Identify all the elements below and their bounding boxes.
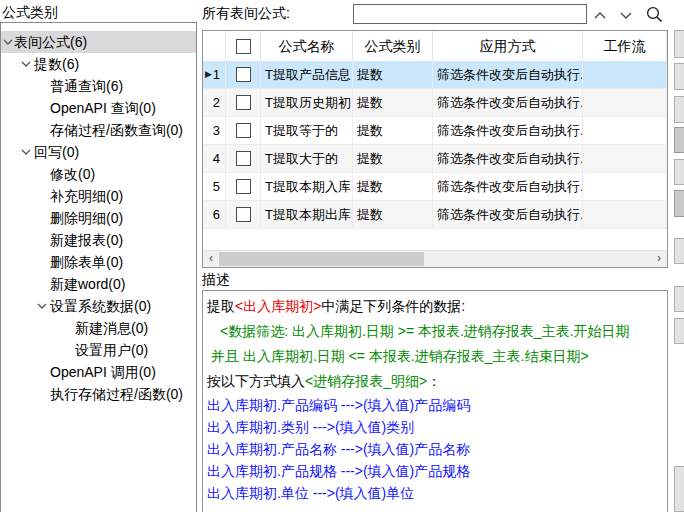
column-header-2[interactable]: 公式类别 [353, 31, 433, 61]
tree-item-label: OpenAPI 调用(0) [1, 361, 196, 383]
formula-name: T提取本期出库 [261, 201, 353, 228]
row-checkbox[interactable] [236, 151, 251, 166]
workflow [583, 145, 667, 172]
formula-search-input[interactable] [353, 4, 587, 24]
tree-item[interactable]: 新建报表(0) [1, 229, 196, 251]
tree-item[interactable]: 存储过程/函数查询(0) [1, 119, 196, 141]
edge-button[interactable] [674, 286, 684, 312]
row-checkbox[interactable] [236, 179, 251, 194]
description-segment: 中满足下列条件的数据: [321, 298, 465, 314]
chevron-down-icon[interactable] [21, 149, 31, 156]
formula-name: T提取本期入库 [261, 173, 353, 200]
description-segment: <出入库期初> [235, 298, 321, 314]
tree-item-label: 存储过程/函数查询(0) [1, 119, 196, 141]
category-tree-panel: 表间公式(6)提数(6)普通查询(6)OpenAPI 查询(0)存储过程/函数查… [0, 22, 197, 512]
row-checkbox[interactable] [236, 67, 251, 82]
chevron-down-icon[interactable] [21, 61, 31, 68]
description-line: 提取<出入库期初>中满足下列条件的数据: [207, 294, 663, 319]
workflow [583, 89, 667, 116]
formula-name: T提取产品信息 [261, 61, 353, 88]
description-segment: 出入库期初.产品名称 --->(填入值)产品名称 [207, 441, 470, 457]
description-segment: 出入库期初.类别 --->(填入值)类别 [207, 419, 414, 435]
description-line: 出入库期初.产品编码 --->(填入值)产品编码 [207, 394, 663, 416]
tree-item[interactable]: 回写(0) [1, 141, 196, 163]
horizontal-scrollbar-thumb[interactable] [219, 252, 424, 266]
edge-button[interactable] [674, 63, 684, 90]
row-number: 6 [203, 201, 226, 228]
table-horizontal-scrollbar[interactable]: ‹ › [203, 250, 667, 267]
row-checkbox-cell [226, 201, 261, 228]
row-checkbox[interactable] [236, 207, 251, 222]
tree-item[interactable]: 删除表单(0) [1, 251, 196, 273]
edge-button[interactable] [674, 318, 684, 344]
tree-item[interactable]: 删除明细(0) [1, 207, 196, 229]
row-checkbox[interactable] [236, 95, 251, 110]
table-row[interactable]: 4T提取大于的提数筛选条件改变后自动执行... [203, 145, 667, 173]
chevron-up-icon[interactable] [593, 8, 607, 22]
row-checkbox-cell [226, 173, 261, 200]
description-line: 出入库期初.产品规格 --->(填入值)产品规格 [207, 460, 663, 482]
table-row[interactable]: 5T提取本期入库提数筛选条件改变后自动执行... [203, 173, 667, 201]
formula-list-label: 所有表间公式: [202, 5, 290, 23]
edge-button[interactable] [674, 190, 684, 217]
row-number: 4 [203, 145, 226, 172]
formula-table: 公式名称公式类别应用方式工作流 ▶1T提取产品信息提数筛选条件改变后自动执行..… [202, 30, 668, 268]
tree-item-label: 删除明细(0) [1, 207, 196, 229]
category-panel-title: 公式类别 [2, 4, 58, 22]
tree-item-label: 新建消息(0) [1, 317, 196, 339]
scroll-left-arrow-icon[interactable]: ‹ [203, 251, 219, 267]
description-segment: <数据筛选: 出入库期初.日期 >= 本报表.进销存报表_主表.开始日期 [220, 323, 630, 339]
tree-item[interactable]: 普通查询(6) [1, 75, 196, 97]
table-row[interactable]: 6T提取本期出库提数筛选条件改变后自动执行... [203, 201, 667, 229]
tree-item[interactable]: 表间公式(6) [1, 31, 196, 53]
edge-button[interactable] [674, 96, 684, 123]
tree-item-label: 设置用户(0) [1, 339, 196, 361]
tree-item[interactable]: 新建消息(0) [1, 317, 196, 339]
description-segment: 按以下方式填入 [207, 373, 305, 389]
apply-mode: 筛选条件改变后自动执行... [433, 145, 583, 172]
row-checkbox[interactable] [236, 123, 251, 138]
tree-item[interactable]: 补充明细(0) [1, 185, 196, 207]
column-header-4[interactable]: 工作流 [583, 31, 667, 61]
chevron-down-icon[interactable] [37, 303, 47, 310]
edge-button[interactable] [674, 159, 684, 185]
row-checkbox-cell [226, 117, 261, 144]
chevron-down-icon[interactable] [3, 39, 13, 46]
formula-name: T提取大于的 [261, 145, 353, 172]
select-all-checkbox[interactable] [236, 39, 251, 54]
description-line: 出入库期初.产品名称 --->(填入值)产品名称 [207, 438, 663, 460]
edge-button[interactable] [674, 466, 684, 512]
tree-item-label: 修改(0) [1, 163, 196, 185]
tree-item[interactable]: 设置用户(0) [1, 339, 196, 361]
table-row[interactable]: 3T提取等于的提数筛选条件改变后自动执行... [203, 117, 667, 145]
edge-button[interactable] [674, 238, 684, 264]
tree-item[interactable]: 设置系统数据(0) [1, 295, 196, 317]
description-label: 描述 [202, 271, 230, 289]
chevron-down-icon[interactable] [619, 8, 633, 22]
table-row[interactable]: 2T提取历史期初提数筛选条件改变后自动执行... [203, 89, 667, 117]
tree-item[interactable]: OpenAPI 查询(0) [1, 97, 196, 119]
table-row[interactable]: ▶1T提取产品信息提数筛选条件改变后自动执行... [203, 61, 667, 89]
description-line: 并且 出入库期初.日期 <= 本报表.进销存报表_主表.结束日期> [207, 344, 663, 369]
row-checkbox-cell [226, 145, 261, 172]
description-segment: <进销存报表_明细> [305, 373, 427, 389]
description-line: 出入库期初.类别 --->(填入值)类别 [207, 416, 663, 438]
tree-item[interactable]: 执行存储过程/函数(0) [1, 383, 196, 405]
column-header-1[interactable]: 公式名称 [261, 31, 353, 61]
column-header-3[interactable]: 应用方式 [433, 31, 583, 61]
workflow [583, 61, 667, 88]
edge-button[interactable] [674, 30, 684, 58]
tree-item[interactable]: OpenAPI 调用(0) [1, 361, 196, 383]
search-icon[interactable] [645, 5, 663, 23]
formula-category: 提数 [353, 145, 433, 172]
tree-item[interactable]: 新建word(0) [1, 273, 196, 295]
scroll-right-arrow-icon[interactable]: › [651, 251, 667, 267]
tree-item[interactable]: 修改(0) [1, 163, 196, 185]
description-segment: 提取 [207, 298, 235, 314]
edge-button[interactable] [674, 127, 684, 153]
apply-mode: 筛选条件改变后自动执行... [433, 173, 583, 200]
tree-item-label: 新建报表(0) [1, 229, 196, 251]
current-row-arrow-icon: ▶ [205, 61, 212, 88]
description-segment: 出入库期初.单位 --->(填入值)单位 [207, 485, 414, 501]
tree-item[interactable]: 提数(6) [1, 53, 196, 75]
